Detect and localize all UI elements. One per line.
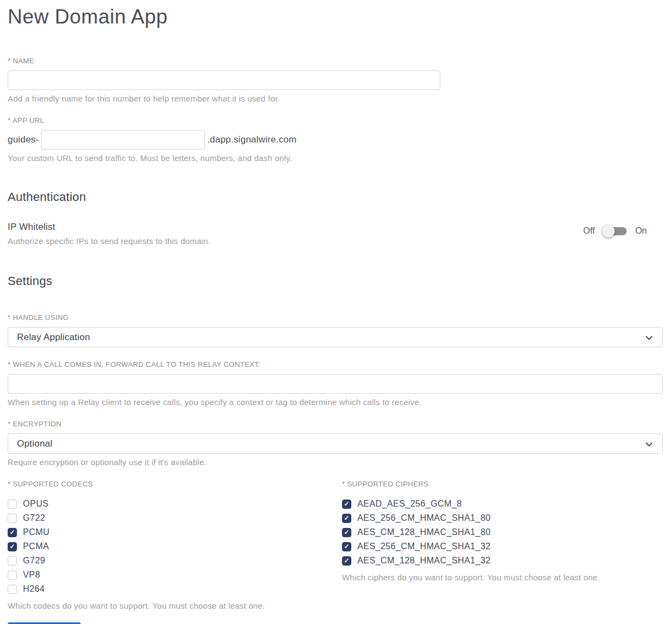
authentication-section: Authentication IP Whitelist Authorize sp… [8, 190, 662, 246]
ip-whitelist-toggle-group: Off On [583, 226, 647, 236]
cipher-label: AES_CM_128_HMAC_SHA1_32 [357, 556, 491, 566]
checkbox-icon[interactable] [342, 556, 351, 566]
name-helper: Add a friendly name for this number to h… [8, 94, 662, 103]
cipher-checkbox-item[interactable]: AEAD_AES_256_GCM_8 [342, 497, 662, 511]
codec-label: G722 [23, 513, 45, 523]
relay-context-label: * WHEN A CALL COMES IN, FORWARD CALL TO … [8, 360, 662, 369]
codec-label: PCMU [23, 527, 50, 537]
settings-heading: Settings [8, 274, 662, 288]
cipher-label: AES_CM_128_HMAC_SHA1_80 [357, 527, 491, 537]
checkbox-icon[interactable] [342, 500, 351, 509]
codec-checkbox-item[interactable]: VP8 [8, 568, 342, 582]
relay-context-input[interactable] [8, 374, 663, 394]
checkbox-icon[interactable] [342, 514, 351, 523]
codec-checkbox-item[interactable]: OPUS [8, 497, 342, 511]
page-title: New Domain App [8, 5, 662, 28]
cipher-checkbox-item[interactable]: AES_CM_128_HMAC_SHA1_80 [342, 525, 662, 539]
supported-codecs-group: * SUPPORTED CODECS OPUS G722 [8, 480, 342, 610]
codec-label: G729 [23, 556, 45, 566]
ip-whitelist-toggle[interactable] [604, 227, 627, 235]
ip-whitelist-row: IP Whitelist Authorize specific IPs to s… [8, 222, 662, 246]
checkbox-icon[interactable] [8, 556, 17, 566]
encryption-helper: Require encryption or optionally use it … [8, 457, 662, 467]
checkbox-icon[interactable] [8, 585, 17, 594]
ip-whitelist-label: IP Whitelist [8, 222, 210, 233]
cipher-checkbox-item[interactable]: AES_CM_128_HMAC_SHA1_32 [342, 554, 662, 568]
name-label: * NAME [8, 57, 662, 65]
supported-codecs-label: * SUPPORTED CODECS [8, 480, 342, 488]
codec-label: PCMA [23, 542, 49, 551]
codec-checkbox-item[interactable]: H264 [8, 582, 342, 596]
handle-using-value: Relay Application [17, 332, 90, 343]
chevron-down-icon [645, 334, 653, 342]
cipher-label: AEAD_AES_256_GCM_8 [357, 499, 462, 509]
supported-ciphers-label: * SUPPORTED CIPHERS [342, 480, 662, 488]
codecs-helper: Which codecs do you want to support. You… [8, 601, 342, 610]
toggle-knob[interactable] [602, 225, 615, 237]
cipher-checkbox-item[interactable]: AES_256_CM_HMAC_SHA1_32 [342, 539, 662, 554]
relay-context-helper: When setting up a Relay client to receiv… [8, 397, 662, 407]
app-url-suffix: .dapp.signalwire.com [207, 134, 297, 145]
checkbox-icon[interactable] [8, 500, 17, 509]
handle-using-group: * HANDLE USING Relay Application [8, 313, 662, 347]
app-url-prefix: guides- [8, 134, 39, 145]
cipher-label: AES_256_CM_HMAC_SHA1_80 [357, 513, 491, 523]
codec-label: VP8 [23, 570, 40, 580]
checkbox-icon[interactable] [8, 528, 17, 537]
checkbox-icon[interactable] [8, 570, 17, 580]
app-url-field-group: * APP URL guides- .dapp.signalwire.com Y… [8, 116, 662, 163]
ciphers-list: AEAD_AES_256_GCM_8 AES_256_CM_HMAC_SHA1_… [342, 497, 662, 568]
relay-context-group: * WHEN A CALL COMES IN, FORWARD CALL TO … [8, 360, 662, 407]
authentication-heading: Authentication [8, 190, 662, 204]
ciphers-helper: Which ciphers do you want to support. Yo… [342, 573, 662, 582]
encryption-group: * ENCRYPTION Optional Require encryption… [8, 420, 662, 467]
chevron-down-icon [645, 440, 653, 449]
codecs-list: OPUS G722 PCMU [8, 497, 342, 596]
name-input[interactable] [8, 70, 440, 90]
settings-section: Settings * HANDLE USING Relay Applicatio… [8, 274, 662, 624]
codec-checkbox-item[interactable]: PCMA [8, 539, 342, 554]
handle-using-label: * HANDLE USING [8, 313, 662, 322]
encryption-select[interactable]: Optional [8, 433, 663, 454]
ip-whitelist-description: Authorize specific IPs to send requests … [8, 236, 210, 246]
codec-label: OPUS [23, 499, 49, 509]
app-url-helper: Your custom URL to send traffic to. Must… [8, 153, 662, 163]
checkbox-icon[interactable] [342, 528, 351, 537]
codec-checkbox-item[interactable]: G729 [8, 554, 342, 568]
name-field-group: * NAME Add a friendly name for this numb… [8, 57, 662, 103]
app-url-label: * APP URL [8, 116, 662, 124]
ip-whitelist-text: IP Whitelist Authorize specific IPs to s… [8, 222, 210, 246]
codec-checkbox-item[interactable]: PCMU [8, 525, 342, 539]
toggle-on-label: On [635, 226, 647, 236]
codec-label: H264 [23, 584, 45, 594]
codec-checkbox-item[interactable]: G722 [8, 511, 342, 525]
supported-ciphers-group: * SUPPORTED CIPHERS AEAD_AES_256_GCM_8 A… [342, 480, 662, 610]
toggle-off-label: Off [583, 226, 595, 236]
app-url-input[interactable] [41, 130, 205, 150]
encryption-value: Optional [17, 438, 52, 449]
codec-cipher-columns: * SUPPORTED CODECS OPUS G722 [8, 480, 662, 610]
cipher-label: AES_256_CM_HMAC_SHA1_32 [357, 542, 491, 551]
handle-using-select[interactable]: Relay Application [8, 327, 663, 347]
app-url-row: guides- .dapp.signalwire.com [8, 130, 662, 150]
checkbox-icon[interactable] [8, 514, 17, 523]
encryption-label: * ENCRYPTION [8, 420, 662, 428]
cipher-checkbox-item[interactable]: AES_256_CM_HMAC_SHA1_80 [342, 511, 662, 525]
checkbox-icon[interactable] [8, 542, 17, 551]
checkbox-icon[interactable] [342, 542, 351, 551]
